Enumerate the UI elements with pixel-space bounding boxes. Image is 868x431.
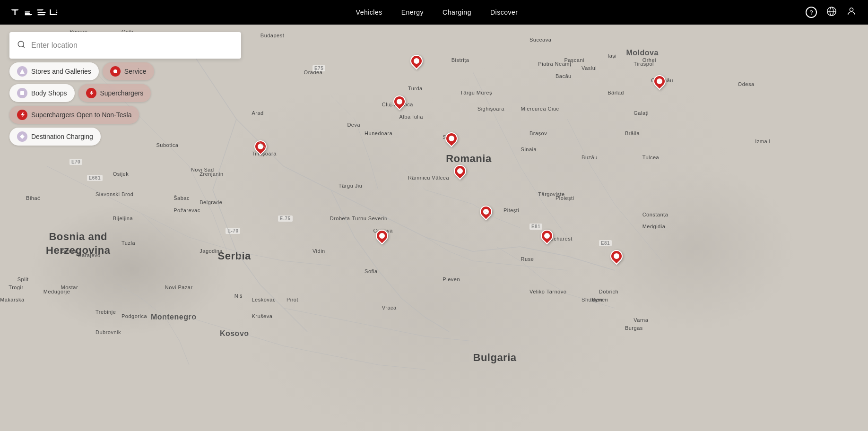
navbar-right: ?: [806, 6, 857, 19]
filter-nontesla-button[interactable]: Superchargers Open to Non-Tesla: [9, 106, 139, 124]
nontesla-icon: [17, 110, 27, 120]
svg-rect-7: [20, 91, 24, 95]
service-icon: [110, 66, 121, 77]
pin-iasi[interactable]: [653, 75, 666, 87]
navbar-item-discover[interactable]: Discover: [490, 9, 518, 16]
navbar-item-charging[interactable]: Charging: [443, 9, 471, 16]
globe-icon[interactable]: [826, 6, 837, 19]
overlay-panel: Stores and Galleries Service Body Shops …: [9, 32, 241, 146]
filter-service-label: Service: [124, 68, 147, 75]
filter-destination-label: Destination Charging: [31, 133, 93, 140]
navbar-center: // Will be populated after DOM ready Veh…: [356, 9, 518, 16]
svg-point-4: [18, 41, 24, 47]
svg-marker-5: [20, 69, 25, 74]
stores-icon: [17, 66, 27, 77]
filter-stores-label: Stores and Galleries: [31, 68, 91, 75]
search-input[interactable]: [31, 41, 234, 50]
help-icon[interactable]: ?: [806, 7, 817, 18]
filter-row-2: Body Shops Superchargers: [9, 84, 241, 102]
account-icon[interactable]: [846, 6, 857, 19]
pin-pitesti[interactable]: [480, 206, 492, 218]
search-container: [9, 32, 241, 59]
filter-service-button[interactable]: Service: [103, 62, 154, 80]
pin-bucharest[interactable]: [541, 230, 553, 242]
filter-body-button[interactable]: Body Shops: [9, 84, 75, 102]
filter-stores-button[interactable]: Stores and Galleries: [9, 62, 99, 80]
navbar-item-energy[interactable]: Energy: [401, 9, 424, 16]
pin-sibiu[interactable]: [445, 132, 458, 145]
destination-icon: [17, 131, 27, 142]
filter-nontesla-label: Superchargers Open to Non-Tesla: [31, 111, 131, 119]
filter-row-1: Stores and Galleries Service: [9, 62, 241, 80]
navbar: // Will be populated after DOM ready Veh…: [0, 0, 868, 25]
filter-destination-button[interactable]: Destination Charging: [9, 128, 101, 146]
navbar-item-vehicles[interactable]: Vehicles: [356, 9, 382, 16]
pin-cluj[interactable]: [393, 95, 406, 108]
pin-timisoara[interactable]: [254, 140, 267, 153]
pin-craiova[interactable]: [376, 230, 388, 242]
search-icon: [17, 40, 26, 51]
body-icon: [17, 88, 27, 98]
filter-superchargers-label: Superchargers: [100, 89, 144, 97]
supercharger-icon: [86, 88, 96, 98]
svg-marker-8: [20, 134, 25, 139]
pin-constanta[interactable]: [610, 250, 623, 262]
svg-point-3: [850, 8, 853, 11]
filter-row-4: Destination Charging: [9, 128, 241, 146]
filter-row-3: Superchargers Open to Non-Tesla: [9, 106, 241, 124]
tesla-logo[interactable]: [11, 7, 68, 18]
filter-body-label: Body Shops: [31, 89, 67, 97]
pin-ramnicu[interactable]: [454, 165, 466, 177]
filter-superchargers-button[interactable]: Superchargers: [78, 84, 151, 102]
pin-bistrita[interactable]: [410, 55, 423, 67]
